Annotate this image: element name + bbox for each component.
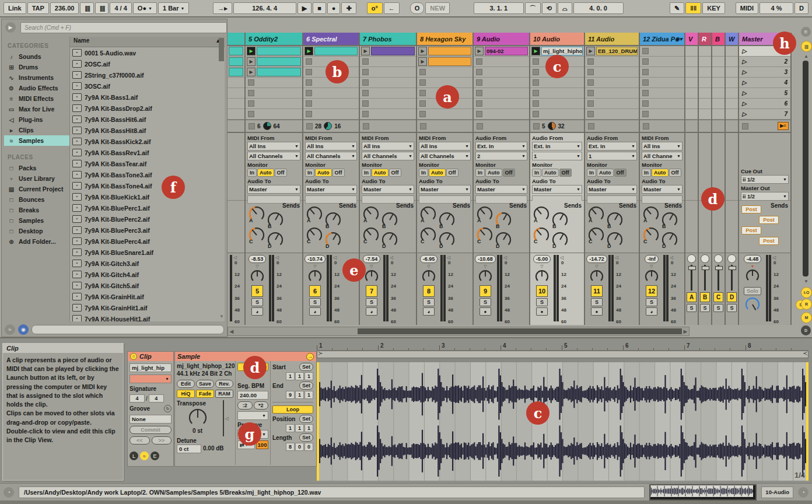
file-list-item[interactable]: ≈7y9A Kit-BluePerc3.aif <box>70 225 225 236</box>
track-header[interactable]: 11 Audio <box>585 33 639 46</box>
double-tempo-button[interactable]: *2 <box>254 401 269 410</box>
monitor-off[interactable]: Off <box>503 169 515 177</box>
clip-slot[interactable] <box>360 88 416 99</box>
monitor-switch[interactable]: InAutoOff <box>532 169 582 177</box>
return-fader[interactable] <box>718 265 719 290</box>
clip-stop-button[interactable] <box>306 111 312 117</box>
seg-bpm-field[interactable]: 240.00 <box>237 391 268 400</box>
send-knob-c[interactable]: C <box>533 226 550 244</box>
clip-stop-button[interactable] <box>419 79 426 86</box>
reverse-button[interactable]: Rev. <box>215 380 233 388</box>
send-knob-b[interactable]: B <box>661 211 678 229</box>
start-set-button[interactable]: Set <box>299 363 313 371</box>
monitor-in[interactable]: In <box>362 169 371 177</box>
clip-slot[interactable] <box>685 78 698 88</box>
monitor-off[interactable]: Off <box>446 169 459 177</box>
clip-slot[interactable] <box>228 88 244 99</box>
clip-slot[interactable] <box>246 78 302 88</box>
pan-knob[interactable]: ▽ <box>644 264 659 284</box>
return-pan-knob[interactable] <box>687 254 696 263</box>
monitor-auto[interactable]: Auto <box>485 169 502 177</box>
clip-slot[interactable]: ▶ <box>303 46 359 57</box>
clip-stop-button[interactable] <box>476 111 482 117</box>
clip-stop-all-button[interactable] <box>363 123 369 130</box>
clip-slot[interactable] <box>699 46 711 57</box>
scrollbar-thumb[interactable] <box>358 328 682 334</box>
clip-stop-all-button[interactable] <box>306 123 313 130</box>
keyboard-map-toggle[interactable]: ‖‖ <box>685 2 701 14</box>
edit-button[interactable]: Edit <box>177 380 195 388</box>
input-type-chooser[interactable]: Ext. In▼ <box>475 142 527 150</box>
monitor-in[interactable]: In <box>642 169 651 177</box>
track-header[interactable]: V <box>685 33 698 46</box>
pan-knob[interactable]: ▽ <box>589 264 604 284</box>
link-button[interactable]: Link <box>4 2 26 14</box>
track-header[interactable]: 6 Spectral <box>303 33 359 46</box>
clip-stop-button[interactable] <box>642 90 649 96</box>
start-value-box[interactable]: 1 <box>295 372 304 380</box>
monitor-switch[interactable]: InAutoOff <box>362 169 414 177</box>
sidebar-item-clips[interactable]: ▸Clips <box>4 125 69 135</box>
hiq-toggle[interactable]: HiQ <box>177 390 195 398</box>
pan-knob[interactable]: ▽ <box>478 264 493 284</box>
clip-slot[interactable] <box>726 57 738 67</box>
clip-slot[interactable]: ▶ <box>246 67 302 78</box>
clip-slot[interactable] <box>699 78 711 88</box>
file-list-item[interactable]: ≈7y9A Kit-BassTone4.aif <box>70 180 225 191</box>
clip-slot[interactable] <box>474 57 529 67</box>
clip-stop-button[interactable] <box>587 69 594 75</box>
send-knob-a[interactable]: A <box>419 205 437 223</box>
clip-slot[interactable] <box>474 67 529 78</box>
browser-collapse-button[interactable]: ▶ <box>5 22 16 33</box>
clip-stop-button[interactable] <box>642 79 649 86</box>
track-header[interactable]: 7 Phobos <box>360 33 416 46</box>
clip-stop-button[interactable] <box>476 58 482 65</box>
track-header[interactable]: 8 Hexagon Sky <box>417 33 473 46</box>
output-chooser[interactable]: Master▼ <box>305 185 357 194</box>
start-value-box[interactable]: 1 <box>304 372 313 380</box>
show-track-delay-toggle[interactable]: D <box>801 326 811 335</box>
input-type-chooser[interactable]: All Ins▼ <box>305 142 357 150</box>
length-value-box[interactable]: 8 <box>286 443 295 451</box>
send-knob-a[interactable]: A <box>642 205 660 223</box>
input-channel-chooser[interactable]: 2▼ <box>475 152 527 160</box>
warp-mode-chooser[interactable]: ▼ <box>237 411 268 420</box>
clip-slot[interactable] <box>726 99 738 109</box>
clip[interactable] <box>428 57 471 66</box>
clip-slot[interactable] <box>228 57 244 67</box>
volume-value[interactable]: -5.00 <box>533 255 551 263</box>
quantization-menu[interactable]: 1 Bar▼ <box>158 2 189 14</box>
clip-stop-button[interactable] <box>476 90 482 96</box>
send-knob-b[interactable]: B <box>495 211 512 229</box>
return-solo-button[interactable]: S <box>687 304 696 312</box>
track-header[interactable]: W <box>726 33 738 46</box>
clip-slot[interactable] <box>685 46 698 57</box>
hamburger-menu-icon[interactable]: ≡ <box>801 27 811 37</box>
arm-button[interactable]: ◕ <box>366 307 377 316</box>
clip-slot[interactable] <box>228 67 244 78</box>
clip-slot[interactable] <box>474 78 529 88</box>
loop-brace-end[interactable]: ≻ <box>318 350 323 356</box>
clip[interactable] <box>314 47 358 55</box>
clip-slot[interactable] <box>712 99 724 109</box>
send-knob-d[interactable]: D <box>661 231 678 249</box>
return-pan-knob[interactable] <box>727 254 736 263</box>
time-signature-field[interactable]: 4 / 4 <box>110 2 131 14</box>
key-map-button[interactable]: KEY <box>702 2 725 14</box>
track-activator-button[interactable]: 12 <box>646 285 657 297</box>
clip-slot[interactable] <box>712 109 724 120</box>
clip-slot[interactable] <box>640 78 684 88</box>
clip-slot[interactable] <box>417 67 473 78</box>
file-list-item[interactable]: ≈0001 5-Audio.wav <box>70 47 225 58</box>
length-value-box[interactable]: 0 <box>295 443 304 451</box>
send-knob-c[interactable]: C <box>476 226 494 244</box>
arm-button[interactable]: ◕ <box>646 307 657 316</box>
mixer-view-icon[interactable]: ||| <box>801 41 812 52</box>
clip-slot[interactable] <box>246 88 302 99</box>
clip-launch-icon[interactable]: ▶ <box>418 57 427 66</box>
pan-knob[interactable]: ▽ <box>307 264 323 284</box>
clip-stop-button[interactable] <box>419 90 426 96</box>
save-button[interactable]: Save <box>196 380 214 388</box>
solo-button[interactable]: S <box>423 298 435 306</box>
clip-slot[interactable] <box>530 78 584 88</box>
